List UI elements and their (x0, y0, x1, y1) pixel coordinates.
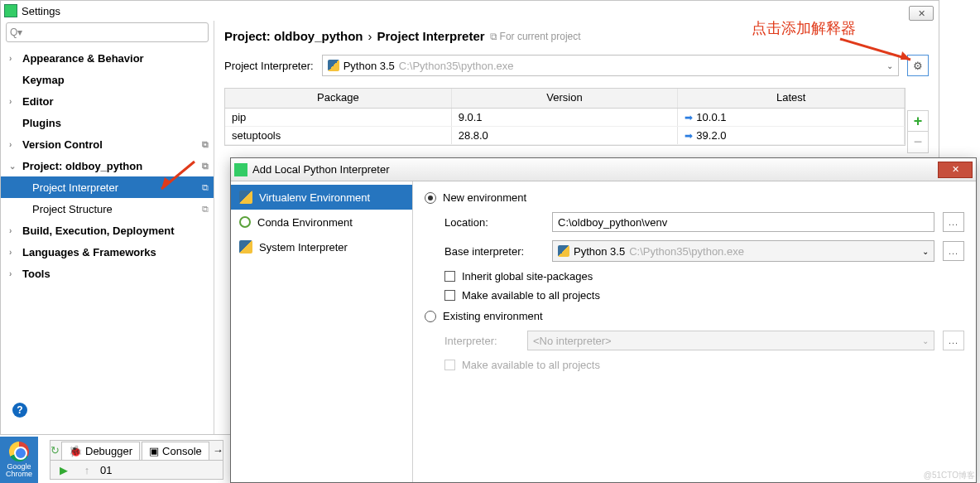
dialog-close-button[interactable]: ✕ (938, 162, 973, 178)
copy-icon: ⧉ (490, 31, 497, 42)
taskbar: Google Chrome ↻ 🐞Debugger ▣Console → ▶ ↑… (0, 437, 980, 483)
packages-table: Package Version Latest pip 9.0.1 ➡10.0.1… (224, 88, 906, 146)
breadcrumb-project: Project: oldboy_python (224, 29, 363, 43)
resume-button[interactable]: ▶ (54, 461, 74, 479)
for-current-badge: ⧉For current project (490, 31, 581, 42)
radio-unselected-icon (425, 311, 436, 322)
tree-languages[interactable]: ›Languages & Frameworks (1, 241, 214, 263)
make-available-checkbox-row[interactable]: Make available to all projects (425, 289, 964, 302)
copy-icon: ⧉ (202, 204, 209, 215)
python-icon (239, 240, 252, 254)
interpreter-select: <No interpreter>⌄ (527, 331, 934, 350)
debug-tabs: ↻ 🐞Debugger ▣Console → (50, 441, 223, 461)
ellipsis-icon: ... (949, 246, 958, 256)
interpreter-settings-gear-button[interactable]: ⚙ (907, 55, 929, 76)
breadcrumb-page: Project Interpreter (377, 29, 485, 43)
step-up-button[interactable]: ↑ (77, 461, 97, 479)
package-side-buttons: + − (907, 110, 929, 153)
interpreter-name: Python 3.5 (343, 60, 395, 72)
breadcrumb: Project: oldboy_python › Project Interpr… (224, 29, 929, 43)
base-interpreter-select[interactable]: Python 3.5 C:\Python35\python.exe ⌄ (552, 240, 934, 262)
play-icon: ▶ (60, 464, 68, 476)
python-icon (558, 245, 569, 257)
table-row[interactable]: pip 9.0.1 ➡10.0.1 (225, 109, 905, 127)
base-path: C:\Python35\python.exe (629, 245, 744, 258)
settings-title-text: Settings (22, 5, 60, 17)
close-icon: ✕ (952, 164, 959, 175)
location-browse-button[interactable]: ... (943, 212, 964, 232)
col-latest: Latest (678, 89, 905, 108)
chrome-shortcut[interactable]: Google Chrome (0, 437, 38, 483)
project-interpreter-row: Project Interpreter: Python 3.5 C:\Pytho… (224, 55, 929, 76)
dialog-titlebar[interactable]: Add Local Python Interpreter ✕ (231, 158, 976, 181)
tab-debugger[interactable]: 🐞Debugger (61, 442, 140, 460)
interpreter-path: C:\Python35\python.exe (399, 60, 514, 72)
line-number: 01 (100, 464, 112, 476)
arrow-up-icon: ↑ (84, 464, 90, 476)
col-version: Version (452, 89, 679, 108)
virtualenv-icon (239, 191, 252, 204)
inherit-checkbox-row[interactable]: Inherit global site-packages (425, 270, 964, 283)
new-environment-label: New environment (443, 191, 526, 204)
new-environment-radio-row[interactable]: New environment (425, 191, 964, 204)
tree-project-interpreter[interactable]: Project Interpreter⧉ (1, 176, 214, 198)
settings-search-input[interactable]: Q▾ (6, 22, 209, 42)
location-input[interactable]: C:\oldboy_python\venv (552, 212, 934, 232)
tree-version-control[interactable]: ›Version Control⧉ (1, 133, 214, 155)
tree-project[interactable]: ⌄Project: oldboy_python⧉ (1, 155, 214, 176)
checkbox-icon (444, 271, 455, 282)
settings-window-icon (4, 4, 17, 17)
tree-appearance[interactable]: ›Appearance & Behavior (1, 47, 214, 69)
inherit-label: Inherit global site-packages (462, 270, 593, 283)
env-system[interactable]: System Interpreter (231, 234, 412, 259)
tree-editor[interactable]: ›Editor (1, 90, 214, 112)
tab-console[interactable]: ▣Console (142, 442, 209, 460)
search-icon: Q▾ (10, 27, 22, 38)
table-row[interactable]: setuptools 28.8.0 ➡39.2.0 (225, 127, 905, 145)
breadcrumb-sep: › (368, 29, 372, 43)
tree-project-structure[interactable]: Project Structure⧉ (1, 198, 214, 220)
project-interpreter-label: Project Interpreter: (224, 60, 314, 72)
python-icon (328, 60, 339, 71)
base-browse-button[interactable]: ... (943, 241, 964, 261)
interpreter-label: Interpreter: (444, 335, 519, 347)
upgrade-arrow-icon: ➡ (685, 112, 693, 123)
env-conda[interactable]: Conda Environment (231, 210, 412, 234)
base-interpreter-row: Base interpreter: Python 3.5 C:\Python35… (425, 240, 964, 262)
debug-lower: ▶ ↑ 01 (50, 461, 223, 479)
gear-icon: ⚙ (913, 60, 923, 72)
debug-panel: ↻ 🐞Debugger ▣Console → ▶ ↑ 01 (50, 440, 223, 480)
make-available-2-label: Make available to all projects (462, 359, 600, 371)
tree-tools[interactable]: ›Tools (1, 263, 214, 284)
chevron-right-icon: › (9, 140, 17, 149)
env-virtualenv[interactable]: Virtualenv Environment (231, 185, 412, 210)
window-close-button[interactable]: ✕ (909, 6, 934, 21)
tree-keymap[interactable]: Keymap (1, 69, 214, 90)
tree-plugins[interactable]: Plugins (1, 112, 214, 133)
chevron-down-icon: ⌄ (9, 162, 17, 171)
settings-tree: ›Appearance & Behavior Keymap ›Editor Pl… (1, 47, 214, 434)
existing-environment-radio-row[interactable]: Existing environment (425, 310, 964, 322)
chevron-down-icon: ⌄ (922, 336, 929, 345)
add-package-button[interactable]: + (907, 110, 929, 132)
help-button[interactable]: ? (12, 403, 27, 418)
remove-package-button[interactable]: − (907, 132, 929, 153)
add-interpreter-dialog: Add Local Python Interpreter ✕ Virtualen… (230, 157, 977, 483)
console-icon: ▣ (149, 445, 159, 457)
ellipsis-icon: ... (949, 336, 958, 345)
copy-icon: ⧉ (202, 161, 209, 171)
chevron-right-icon: › (9, 54, 17, 63)
project-interpreter-select[interactable]: Python 3.5 C:\Python35\python.exe ⌄ (322, 55, 899, 76)
settings-sidebar: Q▾ ›Appearance & Behavior Keymap ›Editor… (1, 21, 214, 434)
interpreter-row: Interpreter: <No interpreter>⌄ ... (425, 331, 964, 350)
tree-build[interactable]: ›Build, Execution, Deployment (1, 220, 214, 241)
chevron-down-icon: ⌄ (886, 61, 893, 70)
location-label: Location: (444, 216, 544, 229)
packages-header: Package Version Latest (225, 89, 905, 109)
chevron-right-icon: › (9, 97, 17, 106)
existing-environment-label: Existing environment (443, 310, 543, 322)
plus-icon: + (914, 113, 923, 130)
dialog-title-text: Add Local Python Interpreter (252, 163, 390, 176)
rerun-icon: ↻ (50, 444, 60, 456)
rerun-button[interactable]: ↻ (50, 442, 60, 460)
